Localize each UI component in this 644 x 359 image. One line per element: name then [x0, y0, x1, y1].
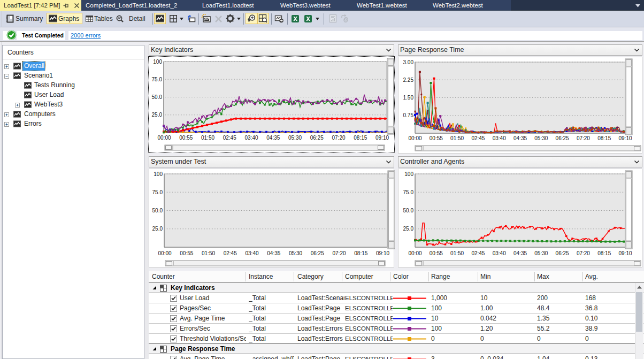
svg-text:08:15: 08:15	[354, 250, 367, 256]
svg-text:50.0: 50.0	[152, 94, 163, 100]
svg-text:25.0: 25.0	[152, 112, 163, 118]
svg-text:01:50: 01:50	[450, 250, 464, 256]
svg-text:09:10: 09:10	[618, 135, 632, 141]
svg-text:01:50: 01:50	[450, 135, 464, 141]
svg-text:100: 100	[153, 59, 162, 65]
svg-text:05:30: 05:30	[288, 135, 302, 141]
svg-text:75.0: 75.0	[152, 77, 163, 82]
svg-text:06:25: 06:25	[556, 250, 569, 256]
svg-text:09:10: 09:10	[375, 135, 389, 141]
svg-text:05:30: 05:30	[534, 135, 548, 141]
svg-text:05:30: 05:30	[534, 250, 548, 256]
svg-text:08:15: 08:15	[354, 135, 367, 141]
svg-text:06:25: 06:25	[310, 135, 324, 141]
svg-text:03:40: 03:40	[244, 135, 258, 141]
svg-text:00:00: 00:00	[408, 135, 421, 141]
svg-text:2.25: 2.25	[403, 77, 414, 83]
svg-text:04:35: 04:35	[267, 250, 280, 256]
svg-text:100: 100	[404, 171, 413, 177]
svg-text:07:20: 07:20	[577, 250, 590, 256]
svg-text:07:20: 07:20	[332, 250, 346, 256]
svg-text:00:55: 00:55	[430, 135, 443, 141]
svg-text:75.0: 75.0	[152, 189, 163, 195]
svg-text:04:35: 04:35	[266, 135, 280, 141]
svg-text:05:30: 05:30	[289, 250, 302, 256]
svg-text:03:40: 03:40	[493, 135, 506, 141]
svg-text:07:20: 07:20	[332, 135, 345, 141]
svg-text:00:55: 00:55	[179, 135, 193, 141]
svg-text:0.75: 0.75	[403, 112, 414, 118]
svg-text:00:00: 00:00	[408, 250, 421, 256]
svg-text:06:25: 06:25	[311, 250, 324, 256]
svg-text:08:15: 08:15	[597, 250, 611, 256]
svg-text:02:45: 02:45	[224, 250, 237, 256]
svg-text:50.0: 50.0	[403, 208, 414, 213]
svg-text:01:50: 01:50	[201, 135, 214, 141]
svg-text:00:55: 00:55	[430, 250, 443, 256]
svg-text:03:40: 03:40	[245, 250, 258, 256]
svg-text:100: 100	[154, 171, 163, 177]
svg-text:00:55: 00:55	[180, 250, 193, 256]
svg-text:03:40: 03:40	[493, 250, 506, 256]
svg-text:50.0: 50.0	[152, 208, 163, 213]
svg-text:04:35: 04:35	[513, 135, 527, 141]
svg-text:3.00: 3.00	[403, 59, 414, 65]
svg-text:09:10: 09:10	[618, 250, 632, 256]
svg-text:02:45: 02:45	[471, 135, 485, 141]
svg-text:00:00: 00:00	[158, 250, 171, 256]
svg-text:25.0: 25.0	[152, 226, 163, 232]
svg-text:01:50: 01:50	[202, 250, 215, 256]
svg-text:06:25: 06:25	[556, 135, 569, 141]
svg-text:02:45: 02:45	[223, 135, 236, 141]
svg-text:25.0: 25.0	[403, 226, 414, 232]
svg-text:00:00: 00:00	[157, 135, 171, 141]
svg-text:75.0: 75.0	[403, 189, 414, 195]
svg-text:02:45: 02:45	[471, 250, 485, 256]
svg-text:04:35: 04:35	[513, 250, 527, 256]
svg-text:07:20: 07:20	[577, 135, 590, 141]
svg-text:1.50: 1.50	[403, 95, 414, 101]
svg-text:09:10: 09:10	[376, 250, 389, 256]
svg-text:08:15: 08:15	[597, 135, 611, 141]
